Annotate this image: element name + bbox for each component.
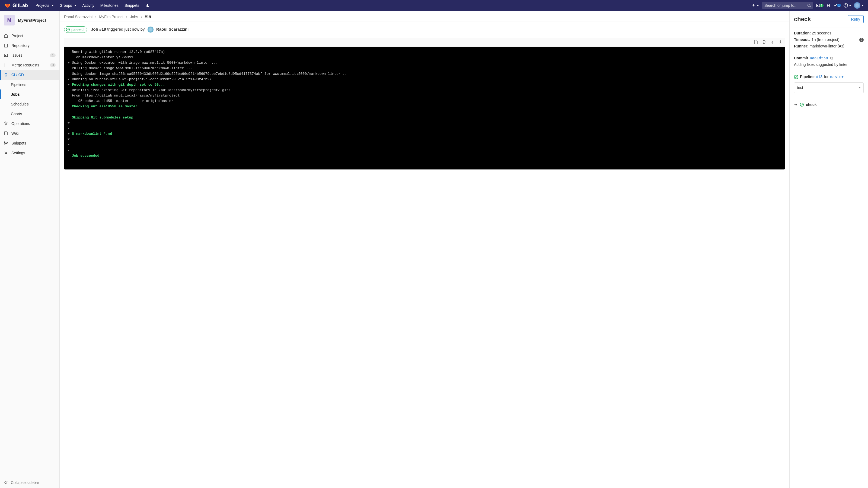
commit-sha-link[interactable]: aaa1d558 bbox=[810, 55, 828, 62]
erase-trace-button[interactable] bbox=[762, 40, 766, 45]
job-log[interactable]: Running with gitlab-runner 12.2.0 (a9874… bbox=[64, 46, 785, 169]
chevron-down-icon bbox=[757, 5, 759, 6]
nav-help[interactable] bbox=[844, 3, 851, 8]
gitlab-icon bbox=[4, 2, 11, 9]
retry-button[interactable]: Retry bbox=[848, 15, 864, 23]
sidebar-item-schedules[interactable]: Schedules bbox=[0, 99, 59, 109]
job-name-title: check bbox=[794, 16, 811, 23]
duration-label: Duration: bbox=[794, 31, 811, 35]
log-line: 95eec8e..aaa1d55 master -> origin/master bbox=[64, 98, 785, 104]
brand-logo[interactable]: GitLab bbox=[4, 2, 28, 9]
sidebar-item-pipelines[interactable]: Pipelines bbox=[0, 80, 59, 90]
log-line bbox=[64, 120, 785, 126]
log-line bbox=[64, 142, 785, 148]
triggered-by-user[interactable]: Raoul Scarazzini bbox=[156, 27, 188, 31]
sidebar-item-issues[interactable]: Issues1 bbox=[0, 51, 59, 60]
log-line: on markdown-linter yt5Ss3V1 bbox=[64, 55, 785, 60]
log-line: Using docker image sha256:ca95550433db60… bbox=[64, 71, 785, 77]
pipeline-label: Pipeline bbox=[800, 74, 814, 80]
log-line bbox=[64, 126, 785, 131]
chevron-down-icon bbox=[849, 5, 851, 6]
sidebar-item-wiki[interactable]: Wiki bbox=[0, 129, 59, 138]
job-content: Raoul Scarazzini › MyFirstProject › Jobs… bbox=[60, 11, 789, 488]
sidebar-item-charts[interactable]: Charts bbox=[0, 109, 59, 119]
check-circle-icon bbox=[800, 103, 804, 106]
project-name: MyFirstProject bbox=[18, 18, 46, 23]
sidebar-item-project[interactable]: Project bbox=[0, 31, 59, 41]
nav-chart-icon[interactable] bbox=[143, 2, 152, 9]
nav-activity[interactable]: Activity bbox=[80, 2, 97, 9]
log-line: Checking out aaa1d558 as master... bbox=[64, 104, 785, 109]
log-line: Running with gitlab-runner 12.2.0 (a9874… bbox=[64, 50, 785, 55]
job-log-container: Running with gitlab-runner 12.2.0 (a9874… bbox=[64, 38, 785, 170]
user-avatar-icon bbox=[148, 27, 154, 33]
breadcrumb-owner[interactable]: Raoul Scarazzini bbox=[64, 14, 93, 19]
log-line bbox=[64, 109, 785, 115]
nav-milestones[interactable]: Milestones bbox=[98, 2, 121, 9]
avatar-icon bbox=[854, 2, 860, 9]
mr-count-badge: 0 bbox=[50, 63, 56, 67]
log-line bbox=[64, 148, 785, 153]
job-id: Job #19 bbox=[91, 27, 106, 31]
chevron-down-icon bbox=[52, 5, 54, 6]
trash-icon bbox=[762, 40, 766, 44]
job-details-sidebar: check Retry Duration: 25 seconds Timeout… bbox=[789, 11, 868, 488]
nav-issues-counter[interactable]: 1 bbox=[816, 3, 824, 8]
help-icon bbox=[844, 3, 848, 8]
top-nav: GitLab Projects Groups Activity Mileston… bbox=[0, 0, 868, 11]
nav-merge-requests[interactable] bbox=[826, 3, 831, 8]
project-avatar: M bbox=[4, 14, 14, 26]
sidebar-item-cicd[interactable]: CI / CD bbox=[0, 70, 59, 80]
nav-groups[interactable]: Groups bbox=[58, 2, 79, 9]
merge-request-icon bbox=[826, 3, 831, 8]
chevron-down-icon bbox=[862, 5, 864, 6]
search-placeholder: Search or jump to... bbox=[764, 3, 798, 8]
file-icon bbox=[754, 40, 758, 44]
issues-icon bbox=[4, 53, 8, 58]
commit-message: Adding fixes suggested by linter bbox=[794, 62, 864, 68]
breadcrumb-section[interactable]: Jobs bbox=[130, 14, 138, 19]
breadcrumb-project[interactable]: MyFirstProject bbox=[99, 14, 123, 19]
search-input[interactable]: Search or jump to... bbox=[762, 2, 813, 9]
timeout-label: Timeout: bbox=[794, 37, 810, 43]
runner-value: markdown-linter (#3) bbox=[810, 44, 844, 48]
copy-icon[interactable] bbox=[830, 56, 834, 60]
check-circle-icon bbox=[794, 75, 798, 79]
user-menu[interactable] bbox=[854, 2, 864, 9]
sidebar-item-snippets[interactable]: Snippets bbox=[0, 138, 59, 148]
nav-snippets[interactable]: Snippets bbox=[122, 2, 141, 9]
project-header[interactable]: M MyFirstProject bbox=[0, 11, 59, 29]
sidebar-item-jobs[interactable]: Jobs bbox=[0, 90, 59, 99]
pipeline-id-link[interactable]: #13 bbox=[816, 74, 823, 80]
sidebar-item-merge-requests[interactable]: Merge Requests0 bbox=[0, 60, 59, 70]
issues-badge: 1 bbox=[820, 4, 824, 7]
breadcrumb-current: #19 bbox=[145, 14, 151, 19]
chart-icon bbox=[145, 3, 150, 8]
chevron-down-icon bbox=[859, 87, 861, 88]
rocket-icon bbox=[4, 73, 8, 77]
branch-link[interactable]: master bbox=[830, 74, 844, 80]
scissors-icon bbox=[4, 141, 8, 145]
stage-dropdown[interactable]: test bbox=[794, 83, 864, 93]
nav-todos[interactable]: 1 bbox=[833, 3, 841, 8]
repo-icon bbox=[4, 43, 8, 48]
show-raw-button[interactable] bbox=[754, 40, 758, 45]
scroll-bottom-button[interactable] bbox=[778, 40, 782, 45]
sidebar-item-repository[interactable]: Repository bbox=[0, 41, 59, 51]
log-line: From https://gitlab.mmul.local/rasca/myf… bbox=[64, 93, 785, 98]
scroll-top-button[interactable] bbox=[770, 40, 774, 45]
new-dropdown[interactable] bbox=[752, 3, 759, 7]
nav-projects[interactable]: Projects bbox=[33, 2, 56, 9]
home-icon bbox=[4, 34, 8, 38]
search-icon bbox=[807, 3, 811, 7]
job-header: passed Job #19 triggered just now by Rao… bbox=[60, 22, 789, 38]
help-icon[interactable]: ? bbox=[859, 38, 864, 42]
sidebar-item-settings[interactable]: Settings bbox=[0, 148, 59, 158]
operations-icon bbox=[4, 122, 8, 126]
log-line: Fetching changes with git depth set to 5… bbox=[64, 82, 785, 88]
sidebar-item-operations[interactable]: Operations bbox=[0, 119, 59, 129]
log-line: Using Docker executor with image www.mmu… bbox=[64, 60, 785, 66]
collapse-sidebar[interactable]: Collapse sidebar bbox=[0, 477, 59, 488]
pipeline-job-link[interactable]: check bbox=[794, 99, 864, 108]
timeout-value: 1h (from project) bbox=[812, 37, 839, 43]
